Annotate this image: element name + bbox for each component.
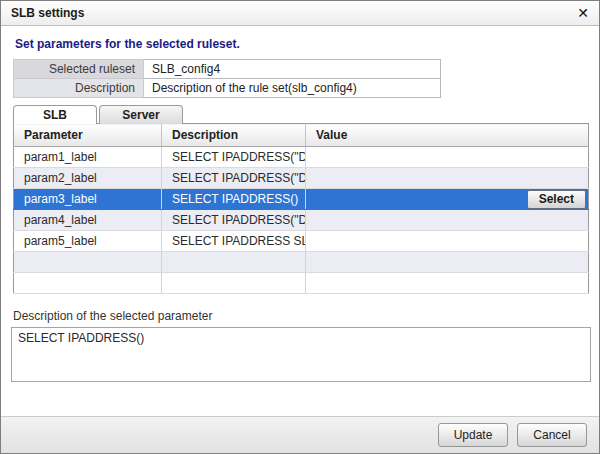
dialog-footer: Update Cancel [1,416,599,453]
value-cell [306,273,589,294]
tab-bar: SLB Server [13,104,599,123]
value-cell [306,210,589,231]
value-cell [306,168,589,189]
table-header-row: Parameter Description Value [14,124,589,147]
description-cell: SELECT IPADDRESS SLB SER.. [162,231,306,252]
ruleset-description-value: Description of the rule set(slb_config4) [144,79,441,98]
description-cell: SELECT IPADDRESS("DMZ") [162,147,306,168]
parameter-table: Parameter Description Value param1_label… [13,123,589,294]
description-cell: SELECT IPADDRESS("DMZ"|"... [162,210,306,231]
cancel-button[interactable]: Cancel [517,423,587,447]
table-row[interactable]: param4_label SELECT IPADDRESS("DMZ"|"... [14,210,589,231]
table-row[interactable]: param5_label SELECT IPADDRESS SLB SER.. [14,231,589,252]
slb-settings-dialog: SLB settings ✕ Set parameters for the se… [0,0,600,454]
column-header-value[interactable]: Value [306,124,589,147]
description-row: Description Description of the rule set(… [14,79,441,98]
ruleset-row: Selected ruleset SLB_config4 [14,60,441,79]
column-header-description[interactable]: Description [162,124,306,147]
param-cell: param3_label [14,189,162,210]
table-row-selected[interactable]: param3_label SELECT IPADDRESS() Select [14,189,589,210]
value-cell [306,252,589,273]
table-row[interactable]: param2_label SELECT IPADDRESS("DMZ"|"... [14,168,589,189]
description-cell [162,273,306,294]
table-row-empty[interactable] [14,252,589,273]
instruction-text: Set parameters for the selected ruleset. [15,37,585,51]
description-cell: SELECT IPADDRESS() [162,189,306,210]
param-cell: param1_label [14,147,162,168]
update-button[interactable]: Update [438,423,508,447]
select-button[interactable]: Select [527,190,586,209]
description-cell: SELECT IPADDRESS("DMZ"|"... [162,168,306,189]
description-cell [162,252,306,273]
selected-ruleset-value: SLB_config4 [144,60,441,79]
value-cell: Select [306,189,589,210]
dialog-titlebar: SLB settings ✕ [1,1,599,26]
selected-ruleset-label: Selected ruleset [14,60,144,79]
ruleset-description-label: Description [14,79,144,98]
param-cell [14,273,162,294]
param-cell: param4_label [14,210,162,231]
ruleset-info-form: Selected ruleset SLB_config4 Description… [13,59,441,98]
value-cell [306,231,589,252]
value-cell [306,147,589,168]
param-cell [14,252,162,273]
tab-slb[interactable]: SLB [13,105,97,124]
tab-server[interactable]: Server [99,105,183,124]
selected-parameter-description-box: SELECT IPADDRESS() [11,327,591,382]
column-header-parameter[interactable]: Parameter [14,124,162,147]
param-cell: param2_label [14,168,162,189]
selected-parameter-description-label: Description of the selected parameter [13,309,599,323]
table-row-empty[interactable] [14,273,589,294]
param-cell: param5_label [14,231,162,252]
dialog-title: SLB settings [11,6,84,20]
close-icon[interactable]: ✕ [577,6,589,20]
table-row[interactable]: param1_label SELECT IPADDRESS("DMZ") [14,147,589,168]
